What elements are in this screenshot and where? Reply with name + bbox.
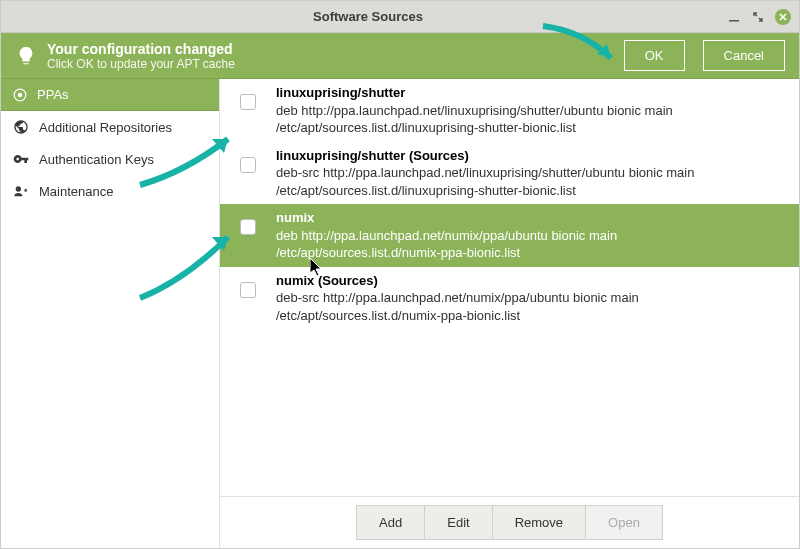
window: Software Sources Your configuration chan… — [0, 0, 800, 549]
titlebar: Software Sources — [1, 1, 799, 33]
ppa-row[interactable]: linuxuprising/shutter deb http://ppa.lau… — [220, 79, 799, 142]
ppa-row[interactable]: numix (Sources) deb-src http://ppa.launc… — [220, 267, 799, 330]
close-button[interactable] — [775, 9, 791, 25]
ppa-file-line: /etc/apt/sources.list.d/linuxuprising-sh… — [276, 182, 789, 200]
window-title: Software Sources — [9, 9, 727, 24]
maximize-button[interactable] — [751, 10, 765, 24]
sidebar-item-ppas[interactable]: PPAs — [1, 79, 219, 111]
config-banner: Your configuration changed Click OK to u… — [1, 33, 799, 79]
ppa-checkbox[interactable] — [240, 157, 256, 173]
window-controls — [727, 9, 791, 25]
sidebar: PPAs Additional Repositories Authenticat… — [1, 79, 220, 548]
lightbulb-icon — [15, 45, 37, 67]
minimize-button[interactable] — [727, 10, 741, 24]
sidebar-item-label: Maintenance — [39, 184, 113, 199]
cancel-button[interactable]: Cancel — [703, 40, 785, 71]
ppa-row-selected[interactable]: numix deb http://ppa.launchpad.net/numix… — [220, 204, 799, 267]
sidebar-item-label: PPAs — [37, 87, 69, 102]
ppa-checkbox[interactable] — [240, 282, 256, 298]
ppa-list: linuxuprising/shutter deb http://ppa.lau… — [220, 79, 799, 497]
ppa-checkbox[interactable] — [240, 219, 256, 235]
ppa-deb-line: deb http://ppa.launchpad.net/numix/ppa/u… — [276, 227, 789, 245]
ppa-deb-line: deb-src http://ppa.launchpad.net/numix/p… — [276, 289, 789, 307]
ok-button[interactable]: OK — [624, 40, 685, 71]
main-panel: linuxuprising/shutter deb http://ppa.lau… — [220, 79, 799, 548]
body: PPAs Additional Repositories Authenticat… — [1, 79, 799, 548]
sidebar-item-label: Additional Repositories — [39, 120, 172, 135]
ppa-title: linuxuprising/shutter — [276, 84, 789, 102]
remove-button[interactable]: Remove — [492, 505, 586, 540]
sidebar-item-label: Authentication Keys — [39, 152, 154, 167]
config-text: Your configuration changed Click OK to u… — [47, 41, 606, 71]
open-button: Open — [585, 505, 663, 540]
ppa-deb-line: deb-src http://ppa.launchpad.net/linuxup… — [276, 164, 789, 182]
button-bar: Add Edit Remove Open — [220, 497, 799, 548]
ppa-file-line: /etc/apt/sources.list.d/numix-ppa-bionic… — [276, 307, 789, 325]
sidebar-item-maintenance[interactable]: Maintenance — [1, 175, 219, 207]
ppa-row[interactable]: linuxuprising/shutter (Sources) deb-src … — [220, 142, 799, 205]
add-button[interactable]: Add — [356, 505, 425, 540]
sidebar-item-additional-repositories[interactable]: Additional Repositories — [1, 111, 219, 143]
config-subtitle: Click OK to update your APT cache — [47, 57, 606, 71]
svg-rect-0 — [729, 20, 739, 22]
svg-point-2 — [18, 92, 23, 97]
ppa-title: numix (Sources) — [276, 272, 789, 290]
config-title: Your configuration changed — [47, 41, 606, 57]
ppa-file-line: /etc/apt/sources.list.d/numix-ppa-bionic… — [276, 244, 789, 262]
edit-button[interactable]: Edit — [424, 505, 492, 540]
ppa-checkbox[interactable] — [240, 94, 256, 110]
ppa-title: numix — [276, 209, 789, 227]
ppa-deb-line: deb http://ppa.launchpad.net/linuxuprisi… — [276, 102, 789, 120]
svg-point-3 — [16, 186, 21, 191]
sidebar-item-authentication-keys[interactable]: Authentication Keys — [1, 143, 219, 175]
ppa-title: linuxuprising/shutter (Sources) — [276, 147, 789, 165]
ppa-file-line: /etc/apt/sources.list.d/linuxuprising-sh… — [276, 119, 789, 137]
